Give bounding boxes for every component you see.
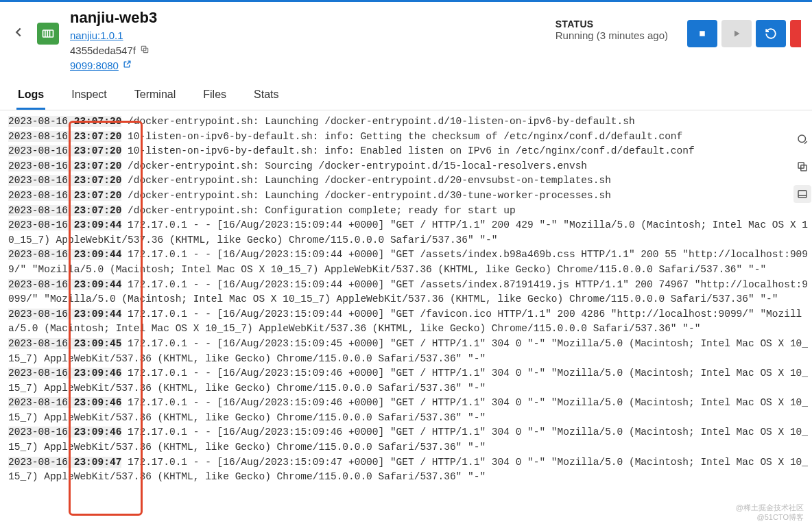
- log-message: 172.17.0.1 - - [16/Aug/2023:15:09:45 +00…: [8, 338, 808, 364]
- log-line: 2023-08-16 23:07:20 /docker-entrypoint.s…: [8, 159, 812, 174]
- log-line: 2023-08-16 23:09:45 172.17.0.1 - - [16/A…: [8, 337, 812, 366]
- tab-logs[interactable]: Logs: [16, 83, 45, 110]
- log-message: /docker-entrypoint.sh: Sourcing /docker-…: [121, 160, 587, 171]
- container-icon: [37, 23, 59, 45]
- log-timestamp: 2023-08-16 23:07:20: [8, 175, 121, 186]
- log-message: 172.17.0.1 - - [16/Aug/2023:15:09:47 +00…: [8, 457, 808, 483]
- back-button[interactable]: [11, 9, 26, 45]
- log-message: 172.17.0.1 - - [16/Aug/2023:15:09:46 +00…: [8, 397, 808, 423]
- log-message: 172.17.0.1 - - [16/Aug/2023:15:09:44 +00…: [8, 279, 808, 305]
- svg-rect-6: [700, 31, 705, 36]
- log-line: 2023-08-16 23:09:44 172.17.0.1 - - [16/A…: [8, 278, 812, 307]
- log-message: 10-listen-on-ipv6-by-default.sh: info: E…: [121, 145, 694, 156]
- container-info: nanjiu-web3 nanjiu:1.0.1 4355deda547f 90…: [70, 9, 545, 73]
- svg-point-8: [798, 135, 806, 143]
- search-icon[interactable]: [793, 130, 811, 148]
- log-timestamp: 2023-08-16 23:09:46: [8, 368, 121, 379]
- log-timestamp: 2023-08-16 23:09:44: [8, 279, 121, 290]
- log-message: 172.17.0.1 - - [16/Aug/2023:15:09:46 +00…: [8, 427, 808, 453]
- tab-stats[interactable]: Stats: [252, 83, 280, 110]
- logs-side-toolbar: [793, 130, 812, 203]
- log-line: 2023-08-16 23:09:46 172.17.0.1 - - [16/A…: [8, 396, 812, 425]
- log-timestamp: 2023-08-16 23:07:20: [8, 116, 121, 127]
- log-line: 2023-08-16 23:09:44 172.17.0.1 - - [16/A…: [8, 218, 812, 248]
- log-message: 172.17.0.1 - - [16/Aug/2023:15:09:44 +00…: [8, 249, 808, 275]
- external-link-icon[interactable]: [123, 58, 132, 73]
- image-link[interactable]: nanjiu:1.0.1: [70, 28, 123, 43]
- log-timestamp: 2023-08-16 23:07:20: [8, 160, 121, 171]
- log-timestamp: 2023-08-16 23:09:44: [8, 309, 121, 320]
- tab-terminal[interactable]: Terminal: [133, 83, 177, 110]
- log-timestamp: 2023-08-16 23:07:20: [8, 205, 121, 216]
- logs-panel[interactable]: 2023-08-16 23:07:20 /docker-entrypoint.s…: [0, 110, 812, 526]
- copy-icon[interactable]: [140, 43, 150, 58]
- log-line: 2023-08-16 23:09:47 172.17.0.1 - - [16/A…: [8, 455, 812, 485]
- log-line: 2023-08-16 23:09:46 172.17.0.1 - - [16/A…: [8, 366, 812, 396]
- log-line: 2023-08-16 23:09:46 172.17.0.1 - - [16/A…: [8, 425, 812, 455]
- header: nanjiu-web3 nanjiu:1.0.1 4355deda547f 90…: [0, 2, 812, 79]
- log-message: /docker-entrypoint.sh: Launching /docker…: [121, 175, 611, 186]
- tab-inspect[interactable]: Inspect: [70, 83, 108, 110]
- log-message: /docker-entrypoint.sh: Launching /docker…: [121, 190, 611, 201]
- log-timestamp: 2023-08-16 23:07:20: [8, 190, 121, 201]
- watermarks: @稀土掘金技术社区 @51CTO博客: [736, 503, 804, 522]
- svg-marker-7: [735, 31, 740, 37]
- log-message: /docker-entrypoint.sh: Launching /docker…: [121, 116, 634, 127]
- log-timestamp: 2023-08-16 23:09:47: [8, 457, 121, 468]
- log-line: 2023-08-16 23:09:44 172.17.0.1 - - [16/A…: [8, 248, 812, 277]
- log-timestamp: 2023-08-16 23:09:46: [8, 397, 121, 408]
- log-message: /docker-entrypoint.sh: Configuration com…: [121, 205, 515, 216]
- restart-button[interactable]: [756, 20, 786, 47]
- svg-rect-12: [798, 191, 807, 198]
- status-block: STATUS Running (3 minutes ago): [556, 9, 676, 41]
- log-timestamp: 2023-08-16 23:07:20: [8, 131, 121, 142]
- log-line: 2023-08-16 23:09:44 172.17.0.1 - - [16/A…: [8, 307, 812, 337]
- log-line: 2023-08-16 23:07:20 10-listen-on-ipv6-by…: [8, 130, 812, 145]
- log-line: 2023-08-16 23:07:20 /docker-entrypoint.s…: [8, 189, 812, 204]
- log-timestamp: 2023-08-16 23:09:46: [8, 427, 121, 438]
- tabs: Logs Inspect Terminal Files Stats: [0, 79, 812, 110]
- log-line: 2023-08-16 23:07:20 /docker-entrypoint.s…: [8, 204, 812, 219]
- container-title: nanjiu-web3: [70, 9, 545, 27]
- log-timestamp: 2023-08-16 23:07:20: [8, 145, 121, 156]
- log-message: 172.17.0.1 - - [16/Aug/2023:15:09:44 +00…: [8, 219, 808, 246]
- log-message: 172.17.0.1 - - [16/Aug/2023:15:09:44 +00…: [8, 309, 802, 335]
- log-line: 2023-08-16 23:07:20 /docker-entrypoint.s…: [8, 174, 812, 189]
- log-message: 10-listen-on-ipv6-by-default.sh: info: G…: [121, 131, 682, 142]
- action-buttons: [687, 9, 801, 47]
- copy-logs-icon[interactable]: [793, 158, 811, 176]
- svg-line-9: [804, 141, 807, 144]
- delete-button[interactable]: [790, 20, 801, 47]
- log-line: 2023-08-16 23:07:20 10-listen-on-ipv6-by…: [8, 144, 812, 159]
- log-timestamp: 2023-08-16 23:09:44: [8, 219, 121, 230]
- port-link[interactable]: 9099:8080: [70, 58, 119, 73]
- scroll-lock-icon[interactable]: [793, 185, 811, 203]
- start-button[interactable]: [721, 20, 752, 47]
- status-text: Running (3 minutes ago): [556, 29, 668, 41]
- log-message: 172.17.0.1 - - [16/Aug/2023:15:09:46 +00…: [8, 368, 808, 394]
- container-hash: 4355deda547f: [70, 43, 136, 58]
- log-line: 2023-08-16 23:07:20 /docker-entrypoint.s…: [8, 115, 812, 130]
- stop-button[interactable]: [687, 20, 717, 47]
- tab-files[interactable]: Files: [202, 83, 228, 110]
- status-label: STATUS: [556, 19, 668, 29]
- log-timestamp: 2023-08-16 23:09:45: [8, 338, 121, 349]
- log-timestamp: 2023-08-16 23:09:44: [8, 249, 121, 260]
